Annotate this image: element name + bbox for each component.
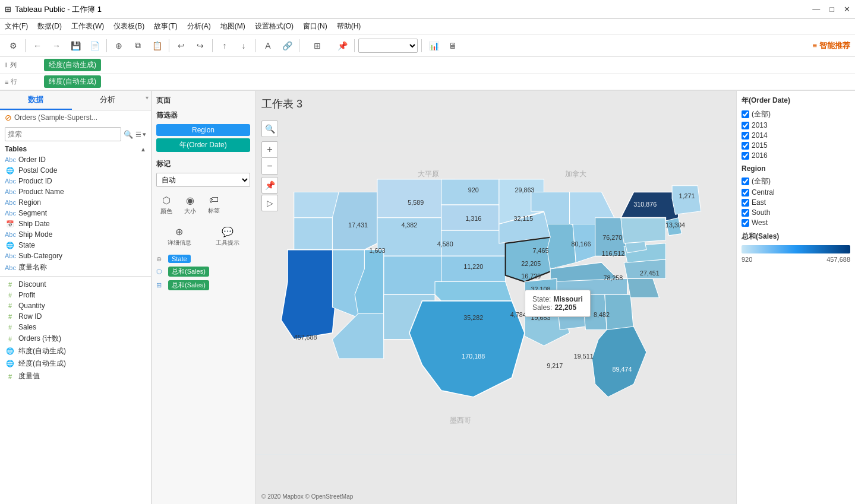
field-product-id[interactable]: Abc Product ID: [0, 176, 151, 186]
menu-file[interactable]: 文件(F): [5, 21, 28, 31]
toolbar-customize[interactable]: ⚙: [5, 37, 21, 54]
state-ok[interactable]: [435, 282, 512, 301]
field-segment[interactable]: Abc Segment: [0, 208, 151, 218]
toolbar-monitor[interactable]: 🖥: [444, 37, 461, 54]
field-profit[interactable]: # Profit: [0, 290, 151, 300]
year-2013-checkbox[interactable]: [742, 122, 749, 129]
state-ne-group[interactable]: [672, 186, 701, 215]
search-sort[interactable]: ▾: [143, 131, 146, 138]
toolbar-new-ds[interactable]: ⊕: [111, 37, 127, 54]
tooltip-btn[interactable]: 💬 工具提示: [204, 223, 250, 250]
left-panel-options[interactable]: ▾: [143, 91, 151, 110]
region-west-checkbox[interactable]: [742, 219, 749, 227]
minimize-btn[interactable]: —: [812, 5, 820, 14]
close-btn[interactable]: ✕: [844, 5, 850, 14]
size-btn[interactable]: ◉ 大小: [180, 192, 200, 218]
toolbar-pin[interactable]: 📌: [334, 37, 351, 54]
map-search-btn[interactable]: 🔍: [261, 121, 278, 137]
sales-color-pill[interactable]: 总和(Sales): [168, 267, 209, 277]
toolbar-link[interactable]: 🔗: [279, 37, 295, 54]
search-input[interactable]: [5, 127, 121, 141]
toolbar-copy[interactable]: ⧉: [130, 37, 146, 54]
toolbar-highlight[interactable]: A: [260, 37, 276, 54]
map-arrow-btn[interactable]: ▷: [261, 195, 278, 211]
ca-label: 457,688: [294, 334, 317, 341]
field-postal-code[interactable]: 🌐 Postal Code: [0, 165, 151, 176]
menu-help[interactable]: 帮助(H): [337, 21, 361, 31]
toolbar-back[interactable]: ←: [29, 37, 46, 54]
year-2014-checkbox[interactable]: [742, 132, 749, 140]
filter-region[interactable]: Region: [156, 124, 250, 136]
menu-dashboard[interactable]: 仪表板(B): [113, 21, 144, 31]
maximize-btn[interactable]: □: [829, 5, 834, 14]
state-wa[interactable]: [294, 192, 339, 218]
field-subcategory[interactable]: Abc Sub-Category: [0, 251, 151, 261]
toolbar-save-as[interactable]: 📄: [86, 37, 103, 54]
tables-collapse[interactable]: ▲: [140, 146, 146, 153]
tab-analysis[interactable]: 分析: [72, 91, 144, 110]
field-quantity[interactable]: # Quantity: [0, 300, 151, 311]
field-orders-count[interactable]: # Orders (计数): [0, 332, 151, 345]
state-ca[interactable]: [281, 250, 339, 340]
field-order-id[interactable]: Abc Order ID: [0, 154, 151, 165]
field-product-name[interactable]: Abc Product Name: [0, 186, 151, 197]
longitude-pill[interactable]: 经度(自动生成): [44, 59, 101, 71]
sales-label-pill[interactable]: 总和(Sales): [168, 280, 209, 290]
state-pa[interactable]: [621, 218, 666, 243]
toolbar-forward[interactable]: →: [48, 37, 65, 54]
year-2016-checkbox[interactable]: [742, 152, 749, 160]
field-sales[interactable]: # Sales: [0, 322, 151, 332]
field-ship-date[interactable]: 📅 Ship Date: [0, 218, 151, 229]
tx1-label: 35,282: [463, 314, 483, 321]
field-measure-values[interactable]: # 度量值: [0, 370, 151, 382]
menu-data[interactable]: 数据(D): [37, 21, 62, 31]
menu-map[interactable]: 地图(M): [220, 21, 245, 31]
toolbar-redo[interactable]: ↪: [192, 37, 209, 54]
field-measure-names[interactable]: Abc 度量名称: [0, 261, 151, 274]
region-all-checkbox[interactable]: [742, 177, 749, 185]
year-2015-checkbox[interactable]: [742, 142, 749, 150]
toolbar-sort-asc[interactable]: ↑: [216, 37, 233, 54]
marks-type-dropdown[interactable]: 自动: [156, 173, 250, 187]
year-all-checkbox[interactable]: [742, 110, 749, 118]
state-pill[interactable]: State: [168, 255, 191, 263]
in-label: 80,166: [571, 240, 591, 248]
menu-bar: 文件(F) 数据(D) 工作表(W) 仪表板(B) 故事(T) 分析(A) 地图…: [0, 19, 855, 34]
toolbar-chart[interactable]: 📊: [425, 37, 442, 54]
filter-year[interactable]: 年(Order Date): [156, 138, 250, 152]
detail-btn[interactable]: ⊕ 详细信息: [156, 223, 202, 250]
latitude-pill[interactable]: 纬度(自动生成): [44, 75, 101, 88]
region-east-checkbox[interactable]: [742, 199, 749, 207]
smart-recommend-btn[interactable]: ≡ 智能推荐: [812, 40, 850, 51]
region-central-checkbox[interactable]: [742, 189, 749, 196]
map-pin-btn[interactable]: 📌: [261, 177, 278, 194]
menu-story[interactable]: 故事(T): [154, 21, 177, 31]
field-ship-mode[interactable]: Abc Ship Mode: [0, 229, 151, 240]
menu-analysis[interactable]: 分析(A): [187, 21, 211, 31]
smart-icon: ≡: [812, 41, 817, 50]
map-zoom-out[interactable]: −: [261, 158, 278, 175]
field-longitude[interactable]: 🌐 经度(自动生成): [0, 357, 151, 370]
tab-data[interactable]: 数据: [0, 91, 72, 110]
map-zoom-in[interactable]: +: [261, 141, 278, 158]
field-latitude[interactable]: 🌐 纬度(自动生成): [0, 345, 151, 357]
field-discount[interactable]: # Discount: [0, 279, 151, 290]
field-state[interactable]: 🌐 State: [0, 240, 151, 251]
font-dropdown[interactable]: [358, 39, 418, 53]
datasource-name[interactable]: Orders (Sample-Superst...: [14, 113, 97, 122]
search-list-view[interactable]: ☰: [135, 131, 141, 138]
field-row-id[interactable]: # Row ID: [0, 311, 151, 322]
toolbar-fit[interactable]: ⊞: [303, 37, 332, 54]
region-south-checkbox[interactable]: [742, 209, 749, 217]
menu-worksheet[interactable]: 工作表(W): [71, 21, 104, 31]
toolbar-sort-desc[interactable]: ↓: [235, 37, 252, 54]
toolbar-save[interactable]: 💾: [67, 37, 84, 54]
toolbar-undo[interactable]: ↩: [173, 37, 190, 54]
label-btn[interactable]: 🏷 标签: [204, 192, 224, 218]
toolbar-paste[interactable]: 📋: [149, 37, 165, 54]
field-region[interactable]: Abc Region: [0, 197, 151, 208]
menu-format[interactable]: 设置格式(O): [255, 21, 294, 31]
sales-legend-title: 总和(Sales): [742, 232, 850, 242]
color-btn[interactable]: ⬡ 颜色: [156, 192, 176, 218]
menu-window[interactable]: 窗口(N): [303, 21, 327, 31]
